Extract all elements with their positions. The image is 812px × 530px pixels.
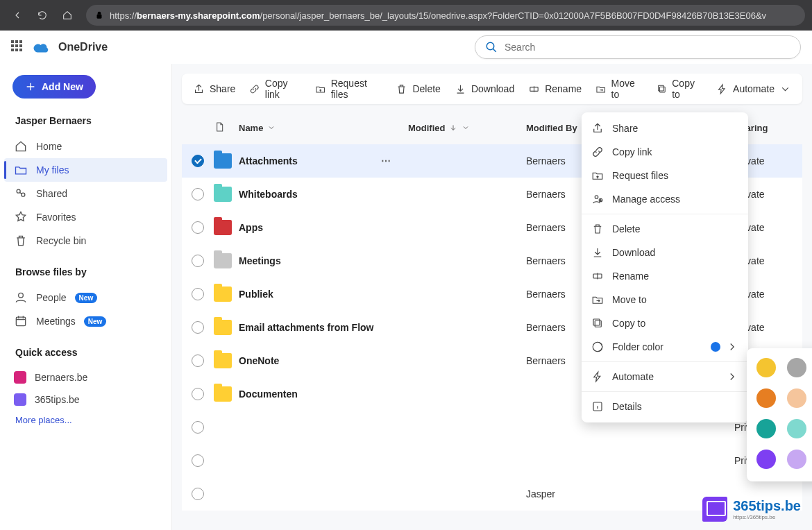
ctx-label: Delete bbox=[612, 223, 640, 234]
watermark-text: 365tips.be bbox=[733, 498, 801, 514]
toolbar-delete[interactable]: Delete bbox=[396, 83, 440, 95]
sidebar-item-shared[interactable]: Shared bbox=[4, 182, 167, 205]
svg-rect-0 bbox=[97, 15, 102, 19]
onedrive-logo-icon bbox=[33, 41, 50, 53]
copyto-icon bbox=[657, 83, 667, 95]
row-checkbox[interactable] bbox=[192, 421, 204, 434]
toolbar-label: Download bbox=[471, 83, 514, 94]
row-checkbox[interactable] bbox=[192, 388, 204, 400]
sidebar-item-favorites[interactable]: Favorites bbox=[4, 205, 167, 229]
quick-heading: Quick access bbox=[11, 343, 160, 362]
ctx-copyto[interactable]: Copy to bbox=[582, 311, 748, 335]
row-more-button[interactable]: ⋯ bbox=[378, 153, 394, 169]
rename-icon bbox=[591, 270, 604, 282]
palette-color[interactable] bbox=[787, 358, 806, 377]
reload-button[interactable] bbox=[32, 5, 53, 26]
palette-color[interactable] bbox=[787, 450, 806, 469]
table-row[interactable]: Private bbox=[182, 444, 802, 477]
row-name: Publiek bbox=[239, 289, 273, 300]
col-name[interactable]: Name bbox=[239, 123, 408, 133]
ctx-share[interactable]: Share bbox=[582, 117, 748, 140]
palette-color[interactable] bbox=[756, 358, 776, 377]
row-checkbox[interactable] bbox=[192, 488, 204, 500]
owner-name: Jasper Bernaers bbox=[11, 111, 160, 130]
browser-chrome: https://bernaers-my.sharepoint.com/perso… bbox=[0, 0, 812, 31]
ctx-copylink[interactable]: Copy link bbox=[582, 140, 748, 164]
sidebar-item-home[interactable]: Home bbox=[4, 135, 167, 158]
command-bar: ShareCopy linkRequest filesDeleteDownloa… bbox=[182, 74, 802, 104]
row-name: Attachments bbox=[239, 155, 298, 166]
col-modified[interactable]: Modified bbox=[408, 123, 526, 133]
meetings-icon bbox=[14, 314, 28, 328]
ctx-label: Share bbox=[612, 123, 638, 134]
toolbar-rename[interactable]: Rename bbox=[528, 83, 582, 95]
toolbar-copylink[interactable]: Copy link bbox=[249, 78, 301, 100]
ctx-download[interactable]: Download bbox=[582, 241, 748, 264]
row-checkbox[interactable] bbox=[192, 155, 204, 167]
content-area: ShareCopy linkRequest filesDeleteDownloa… bbox=[172, 64, 812, 530]
ctx-manageaccess[interactable]: Manage access bbox=[582, 187, 748, 211]
ctx-delete[interactable]: Delete bbox=[582, 217, 748, 241]
search-box[interactable] bbox=[475, 35, 801, 59]
row-checkbox[interactable] bbox=[192, 288, 204, 300]
app-launcher-icon[interactable] bbox=[11, 40, 25, 54]
palette-color[interactable] bbox=[787, 419, 806, 438]
foldercolor-icon bbox=[591, 341, 604, 353]
palette-color[interactable] bbox=[756, 388, 776, 408]
new-badge: New bbox=[84, 316, 107, 327]
toolbar-label: Share bbox=[210, 83, 235, 94]
address-bar[interactable]: https://bernaers-my.sharepoint.com/perso… bbox=[86, 5, 805, 26]
sidebar-item-myfiles[interactable]: My files bbox=[4, 158, 167, 182]
toolbar-automate[interactable]: Automate bbox=[716, 83, 791, 95]
quick-access-item[interactable]: 365tips.be bbox=[4, 388, 167, 411]
toolbar-label: Copy to bbox=[672, 78, 702, 100]
row-checkbox[interactable] bbox=[192, 354, 204, 367]
ctx-requestfiles[interactable]: Request files bbox=[582, 164, 748, 187]
palette-color[interactable] bbox=[756, 450, 776, 469]
ctx-foldercolor[interactable]: Folder color bbox=[582, 335, 748, 359]
more-places-link[interactable]: More places... bbox=[11, 411, 160, 429]
ctx-details[interactable]: Details bbox=[582, 395, 748, 418]
requestfiles-icon bbox=[591, 169, 604, 182]
back-button[interactable] bbox=[7, 5, 28, 26]
sidebar-item-label: My files bbox=[36, 164, 69, 176]
row-checkbox[interactable] bbox=[192, 321, 204, 334]
copylink-icon bbox=[249, 83, 260, 95]
sidebar-item-people[interactable]: PeopleNew bbox=[4, 286, 167, 309]
copylink-icon bbox=[591, 146, 604, 158]
rename-icon bbox=[528, 83, 540, 95]
toolbar-requestfiles[interactable]: Request files bbox=[315, 78, 382, 100]
row-checkbox[interactable] bbox=[192, 255, 204, 267]
svg-rect-5 bbox=[16, 317, 25, 326]
ctx-label: Move to bbox=[612, 294, 647, 305]
folder-color-palette bbox=[747, 348, 812, 481]
toolbar-moveto[interactable]: Move to bbox=[595, 78, 643, 100]
row-checkbox[interactable] bbox=[192, 221, 204, 234]
search-input[interactable] bbox=[505, 42, 790, 53]
quick-access-item[interactable]: Bernaers.be bbox=[4, 366, 167, 388]
ctx-label: Download bbox=[612, 247, 655, 258]
row-checkbox[interactable] bbox=[192, 454, 204, 467]
row-name: Apps bbox=[239, 222, 263, 233]
palette-color[interactable] bbox=[756, 419, 776, 438]
new-badge: New bbox=[75, 293, 98, 303]
row-checkbox[interactable] bbox=[192, 188, 204, 200]
chevron-right-icon bbox=[726, 341, 738, 353]
sidebar-item-meetings[interactable]: MeetingsNew bbox=[4, 309, 167, 333]
home-button[interactable] bbox=[57, 5, 78, 26]
sidebar-item-recycle[interactable]: Recycle bin bbox=[4, 229, 167, 253]
toolbar-copyto[interactable]: Copy to bbox=[657, 78, 702, 100]
plus-icon bbox=[25, 81, 36, 92]
app-title: OneDrive bbox=[58, 41, 108, 53]
folder-icon bbox=[214, 386, 232, 402]
manageaccess-icon bbox=[591, 193, 604, 205]
ctx-rename[interactable]: Rename bbox=[582, 264, 748, 288]
copyto-icon bbox=[591, 317, 604, 330]
ctx-moveto[interactable]: Move to bbox=[582, 288, 748, 311]
toolbar-download[interactable]: Download bbox=[455, 83, 514, 95]
palette-color[interactable] bbox=[787, 388, 806, 408]
ctx-automate[interactable]: Automate bbox=[582, 365, 748, 388]
watermark-icon bbox=[702, 497, 727, 522]
add-new-button[interactable]: Add New bbox=[12, 75, 96, 99]
toolbar-share[interactable]: Share bbox=[193, 83, 235, 95]
